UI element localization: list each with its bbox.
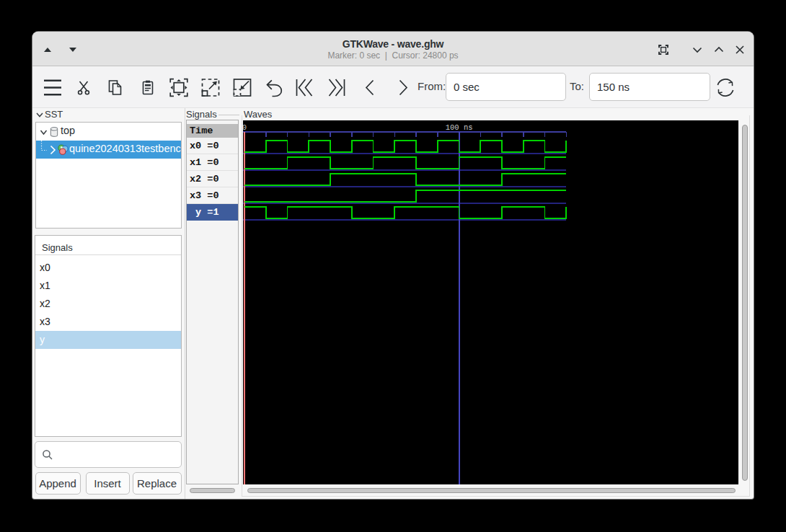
svg-text:100 ns: 100 ns [446, 123, 473, 132]
svg-text:0: 0 [243, 123, 247, 132]
